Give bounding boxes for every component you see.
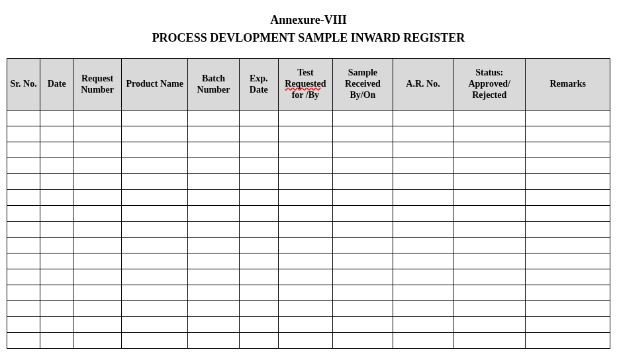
- table-cell: [453, 111, 526, 126]
- table-cell: [393, 158, 453, 174]
- table-cell: [122, 238, 188, 253]
- table-cell: [40, 126, 73, 142]
- table-cell: [122, 158, 188, 174]
- table-cell: [40, 301, 73, 317]
- table-cell: [393, 238, 453, 253]
- title-block: Annexure-VIII PROCESS DEVLOPMENT SAMPLE …: [7, 13, 610, 45]
- table-cell: [526, 206, 610, 222]
- table-cell: [453, 222, 526, 238]
- table-cell: [332, 142, 393, 158]
- table-cell: [7, 206, 40, 222]
- table-cell: [73, 222, 122, 238]
- table-cell: [239, 190, 278, 206]
- table-cell: [40, 253, 73, 269]
- table-cell: [453, 174, 526, 190]
- table-cell: [122, 206, 188, 222]
- table-cell: [526, 190, 610, 206]
- table-cell: [332, 190, 393, 206]
- table-cell: [122, 190, 188, 206]
- table-cell: [332, 238, 393, 253]
- table-cell: [122, 174, 188, 190]
- table-cell: [122, 333, 188, 349]
- table-cell: [188, 158, 239, 174]
- table-cell: [239, 269, 278, 285]
- table-row: [7, 222, 610, 238]
- register-table: Sr. No. Date Request Number Product Name…: [7, 58, 610, 349]
- table-cell: [393, 206, 453, 222]
- table-cell: [188, 206, 239, 222]
- table-row: [7, 174, 610, 190]
- table-cell: [7, 269, 40, 285]
- table-row: [7, 301, 610, 317]
- table-cell: [188, 333, 239, 349]
- table-cell: [278, 301, 332, 317]
- table-cell: [453, 253, 526, 269]
- table-cell: [122, 285, 188, 301]
- annexure-label: Annexure-VIII: [7, 13, 610, 27]
- table-cell: [278, 333, 332, 349]
- table-cell: [188, 317, 239, 333]
- col-remarks: Remarks: [526, 59, 610, 111]
- col-test-requested: Test Requested for /By: [278, 59, 332, 111]
- table-cell: [332, 333, 393, 349]
- table-cell: [188, 253, 239, 269]
- table-cell: [332, 301, 393, 317]
- table-cell: [73, 253, 122, 269]
- table-cell: [332, 222, 393, 238]
- col-batch-number: Batch Number: [188, 59, 239, 111]
- table-cell: [122, 269, 188, 285]
- table-cell: [393, 269, 453, 285]
- table-cell: [526, 301, 610, 317]
- table-cell: [332, 269, 393, 285]
- table-cell: [40, 269, 73, 285]
- table-cell: [7, 111, 40, 126]
- table-cell: [188, 301, 239, 317]
- table-cell: [73, 126, 122, 142]
- table-cell: [393, 301, 453, 317]
- table-cell: [239, 317, 278, 333]
- table-row: [7, 253, 610, 269]
- table-cell: [453, 269, 526, 285]
- table-cell: [393, 285, 453, 301]
- table-row: [7, 126, 610, 142]
- table-cell: [453, 301, 526, 317]
- table-cell: [40, 174, 73, 190]
- table-cell: [278, 174, 332, 190]
- table-cell: [73, 158, 122, 174]
- table-cell: [278, 126, 332, 142]
- table-cell: [453, 126, 526, 142]
- table-cell: [40, 333, 73, 349]
- table-cell: [73, 333, 122, 349]
- table-cell: [453, 317, 526, 333]
- table-cell: [122, 222, 188, 238]
- table-cell: [7, 301, 40, 317]
- table-cell: [122, 317, 188, 333]
- table-cell: [239, 142, 278, 158]
- table-cell: [278, 317, 332, 333]
- table-cell: [73, 174, 122, 190]
- col-date: Date: [40, 59, 73, 111]
- table-row: [7, 238, 610, 253]
- col-request-number: Request Number: [73, 59, 122, 111]
- table-cell: [188, 238, 239, 253]
- table-header: Sr. No. Date Request Number Product Name…: [7, 59, 610, 111]
- table-cell: [73, 111, 122, 126]
- table-body: [7, 111, 610, 349]
- table-cell: [40, 111, 73, 126]
- table-cell: [122, 253, 188, 269]
- table-cell: [40, 222, 73, 238]
- table-cell: [40, 238, 73, 253]
- table-cell: [239, 285, 278, 301]
- table-cell: [7, 190, 40, 206]
- table-cell: [526, 253, 610, 269]
- table-cell: [73, 190, 122, 206]
- table-cell: [278, 142, 332, 158]
- table-row: [7, 285, 610, 301]
- table-row: [7, 269, 610, 285]
- table-cell: [526, 158, 610, 174]
- table-cell: [278, 238, 332, 253]
- table-cell: [332, 126, 393, 142]
- table-cell: [40, 158, 73, 174]
- table-cell: [453, 333, 526, 349]
- table-cell: [73, 206, 122, 222]
